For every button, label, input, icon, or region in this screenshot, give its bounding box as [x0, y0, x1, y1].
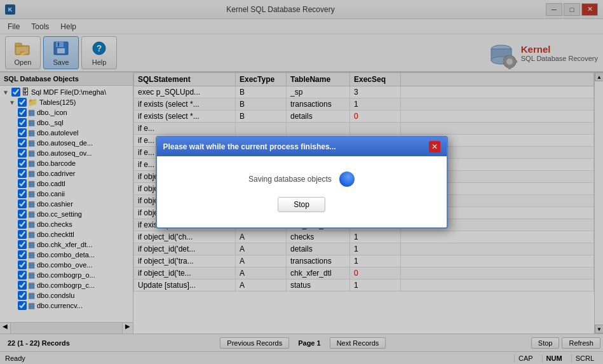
- modal-stop-button[interactable]: Stop: [278, 197, 325, 212]
- modal-body: Saving database objects Stop: [157, 156, 447, 227]
- modal-progress-row: Saving database objects: [170, 172, 434, 187]
- modal-title-bar: Please wait while the current process fi…: [157, 137, 447, 156]
- modal-title: Please wait while the current process fi…: [163, 142, 336, 151]
- modal-dialog: Please wait while the current process fi…: [156, 136, 448, 229]
- modal-progress-text: Saving database objects: [248, 175, 332, 184]
- loading-spinner: [339, 172, 355, 187]
- modal-close-button[interactable]: ✕: [429, 141, 440, 152]
- modal-overlay: Please wait while the current process fi…: [0, 0, 603, 364]
